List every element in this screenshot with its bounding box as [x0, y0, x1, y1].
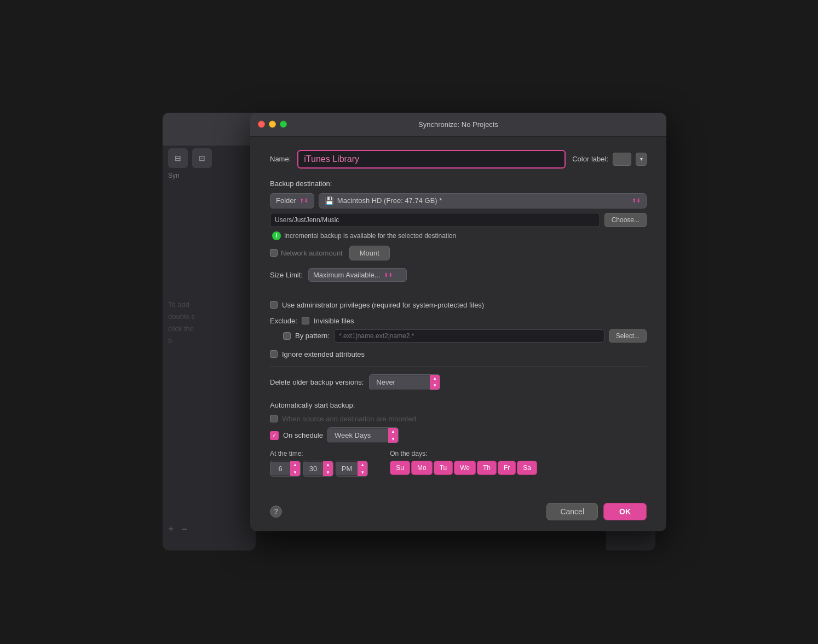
when-source-checkbox[interactable] — [270, 415, 278, 422]
day-su[interactable]: Su — [390, 461, 410, 475]
network-row: Network automount Mount — [270, 246, 647, 260]
backup-dest-row: Folder ⬆⬇ 💾 Macintosh HD (Free: 47.74 GB… — [270, 193, 647, 208]
ignore-label: Ignore extended attributes — [282, 350, 365, 358]
cancel-btn[interactable]: Cancel — [546, 503, 598, 520]
divider-2 — [270, 366, 647, 367]
minimize-button[interactable] — [269, 121, 276, 128]
color-box — [613, 153, 631, 166]
bg-sidebar-label: Syn — [168, 172, 180, 179]
weekdays-select[interactable]: Week Days ▲ ▼ — [327, 427, 399, 443]
never-arrows[interactable]: ▲ ▼ — [430, 375, 440, 390]
color-label-group: Color label: ▾ — [572, 153, 647, 166]
ampm-arrows[interactable]: ▲ ▼ — [358, 461, 367, 476]
dialog-footer: ? Cancel OK — [250, 496, 666, 531]
minus-icon[interactable]: − — [182, 524, 188, 535]
when-source-text: When source and destination are mounted — [282, 415, 416, 423]
day-mo[interactable]: Mo — [411, 461, 433, 475]
size-limit-row: Size Limit: Maximum Available... ⬆⬇ — [270, 268, 647, 282]
network-automount-text: Network automount — [281, 249, 343, 257]
minute-down-arrow: ▼ — [323, 469, 333, 477]
size-limit-value: Maximum Available... — [313, 271, 381, 279]
day-th[interactable]: Th — [477, 461, 497, 475]
weekdays-value: Week Days — [328, 428, 388, 442]
never-select[interactable]: Never ▲ ▼ — [369, 374, 440, 390]
hour-arrows[interactable]: ▲ ▼ — [290, 461, 300, 476]
hour-stepper[interactable]: 6 ▲ ▼ — [270, 461, 301, 477]
by-pattern-checkbox[interactable] — [283, 332, 291, 340]
network-automount-label: Network automount — [270, 249, 343, 257]
info-text: Incremental backup is available for the … — [284, 232, 456, 240]
on-days-label: On the days: — [390, 450, 537, 457]
bg-toolbar: ⊟ ⊡ — [163, 113, 256, 146]
day-tu[interactable]: Tu — [434, 461, 453, 475]
admin-label: Use administrator privileges (required f… — [282, 301, 484, 309]
weekdays-down-arrow: ▼ — [388, 436, 398, 443]
exclude-label: Exclude: — [270, 317, 297, 325]
ampm-stepper[interactable]: PM ▲ ▼ — [336, 461, 368, 477]
bg-plus-minus: + − — [168, 524, 187, 535]
hour-down-arrow: ▼ — [290, 469, 300, 477]
close-button[interactable] — [258, 121, 265, 128]
main-dialog: Synchronize: No Projects Name: Color lab… — [250, 113, 666, 532]
disk-select-btn[interactable]: 💾 Macintosh HD (Free: 47.74 GB) * ⬆⬇ — [319, 193, 647, 208]
maximize-button[interactable] — [280, 121, 287, 128]
footer-buttons: Cancel OK — [546, 503, 647, 520]
never-down-arrow: ▼ — [430, 382, 440, 390]
mount-btn[interactable]: Mount — [349, 246, 390, 260]
ok-btn[interactable]: OK — [603, 503, 647, 520]
day-we[interactable]: We — [454, 461, 476, 475]
info-row: i Incremental backup is available for th… — [272, 231, 647, 240]
admin-checkbox[interactable] — [270, 301, 278, 309]
info-icon: i — [272, 231, 281, 240]
ampm-down-arrow: ▼ — [358, 469, 367, 477]
admin-row: Use administrator privileges (required f… — [270, 301, 647, 309]
dialog-body: Name: Color label: ▾ Backup destination:… — [250, 137, 666, 497]
auto-backup-label: Automatically start backup: — [270, 401, 647, 409]
on-schedule-checkbox[interactable]: ✓ — [270, 431, 279, 440]
minute-stepper[interactable]: 30 ▲ ▼ — [303, 461, 333, 477]
day-sa[interactable]: Sa — [517, 461, 537, 475]
pattern-row: By pattern: Select... — [270, 329, 647, 343]
folder-select-btn[interactable]: Folder ⬆⬇ — [270, 193, 314, 208]
disk-icon: 💾 — [325, 196, 334, 205]
background-app-window: ⊟ ⊡ Syn To add double c click the b + − — [163, 113, 256, 550]
pattern-input[interactable] — [334, 329, 604, 343]
size-limit-arrow-icon: ⬆⬇ — [384, 272, 393, 278]
network-automount-checkbox[interactable] — [270, 249, 278, 257]
ignore-row: Ignore extended attributes — [270, 350, 647, 358]
minute-up-arrow: ▲ — [323, 461, 333, 469]
never-up-arrow: ▲ — [430, 375, 440, 382]
help-btn[interactable]: ? — [270, 506, 282, 518]
disk-dropdown-arrow: ⬆⬇ — [632, 198, 641, 204]
bg-sidebar-icon-2: ⊡ — [192, 148, 212, 168]
invisible-files-checkbox[interactable] — [302, 317, 309, 324]
ignore-checkbox[interactable] — [270, 350, 278, 358]
delete-backup-label: Delete older backup versions: — [270, 378, 364, 386]
disk-label: Macintosh HD (Free: 47.74 GB) * — [337, 196, 442, 205]
minute-arrows[interactable]: ▲ ▼ — [323, 461, 333, 476]
time-inputs: 6 ▲ ▼ 30 ▲ ▼ — [270, 461, 368, 477]
backup-destination-section: Backup destination: Folder ⬆⬇ 💾 Macintos… — [270, 179, 647, 282]
color-dropdown-btn[interactable]: ▾ — [636, 153, 647, 166]
path-row: Choose... — [270, 213, 647, 227]
size-limit-label: Size Limit: — [270, 271, 303, 279]
schedule-row: ✓ On schedule Week Days ▲ ▼ — [270, 427, 647, 443]
bg-sidebar-icon-1: ⊟ — [168, 148, 188, 168]
exclude-header: Exclude: Invisible files — [270, 317, 647, 325]
divider-1 — [270, 293, 647, 293]
delete-backup-row: Delete older backup versions: Never ▲ ▼ — [270, 374, 647, 390]
size-limit-select[interactable]: Maximum Available... ⬆⬇ — [308, 268, 407, 282]
path-input[interactable] — [270, 213, 600, 227]
on-days-group: On the days: Su Mo Tu We Th Fr Sa — [390, 450, 537, 475]
weekdays-arrows[interactable]: ▲ ▼ — [388, 428, 398, 443]
add-icon[interactable]: + — [168, 524, 174, 535]
select-pattern-btn[interactable]: Select... — [609, 329, 647, 343]
weekdays-up-arrow: ▲ — [388, 428, 398, 436]
minute-value: 30 — [303, 462, 323, 475]
day-fr[interactable]: Fr — [498, 461, 516, 475]
choose-btn[interactable]: Choose... — [604, 213, 647, 227]
never-value: Never — [370, 375, 430, 389]
name-input[interactable] — [297, 150, 566, 169]
hour-up-arrow: ▲ — [290, 461, 300, 469]
traffic-lights — [258, 121, 287, 128]
